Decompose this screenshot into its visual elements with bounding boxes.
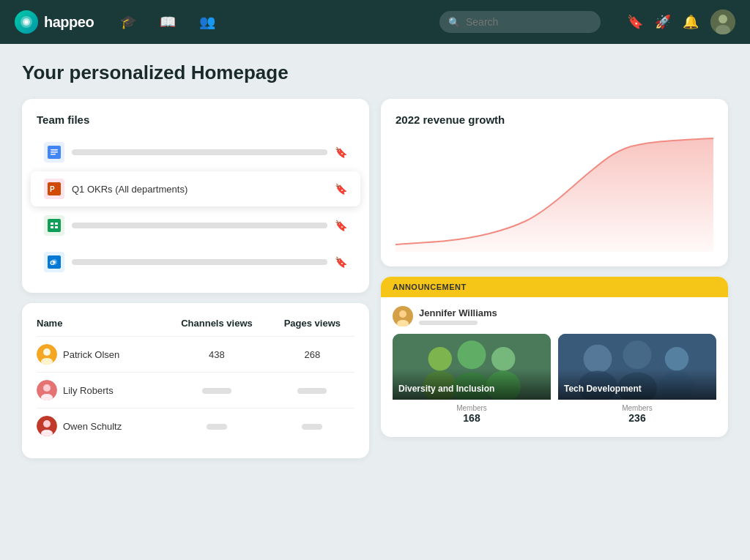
channel-card-diversity[interactable]: Diversity and Inclusion Members 168 [393,334,551,428]
file-bookmark-icon[interactable]: 🔖 [335,220,347,231]
svg-point-31 [399,310,406,318]
file-name-placeholder [72,149,327,155]
svg-rect-7 [51,149,58,151]
svg-point-42 [623,340,652,369]
team-files-card: Team files 🔖 [22,99,369,293]
courses-icon[interactable]: 🎓 [116,10,141,34]
channel-name-diversity: Diversity and Inclusion [398,384,545,394]
announcement-user: Jennifer Williams [393,306,716,326]
channel-overlay-tech: Tech Development [558,369,716,400]
stats-card: Name Channels views Pages views [22,303,369,458]
content-grid: Team files 🔖 [22,99,728,458]
file-item[interactable]: O 🔖 [37,246,354,278]
outlook-icon: O [44,252,64,272]
members-count-diversity: 168 [398,412,545,424]
left-column: Team files 🔖 [22,99,369,458]
svg-rect-15 [51,226,53,228]
file-bookmark-icon[interactable]: 🔖 [335,256,347,268]
announcement-header: Announcement [381,277,728,297]
svg-rect-14 [55,223,58,225]
search-wrap: 🔍 [439,11,601,33]
sheets-icon [44,215,64,236]
user-cell: Lily Roberts [37,373,163,408]
main-content: Your personalized Homepage Team files [0,44,750,476]
svg-point-22 [43,348,51,356]
bell-icon[interactable]: 🔔 [683,14,699,30]
logo[interactable]: happeo [15,10,94,34]
svg-point-25 [43,384,51,392]
announcement-card: Announcement Jennifer Williams [381,277,728,437]
user-name: Owen Schultz [63,421,122,432]
right-column: 2022 revenue growth [381,99,728,458]
svg-rect-8 [51,152,58,153]
revenue-chart-card: 2022 revenue growth [381,99,728,266]
announcement-body: Jennifer Williams [381,297,728,437]
file-name-placeholder [72,259,327,265]
user-cell: Owen Schultz [37,408,163,444]
page-title: Your personalized Homepage [22,61,728,84]
powerpoint-icon: P [44,179,64,199]
channels-views: 438 [163,337,270,373]
svg-text:O: O [50,259,55,266]
svg-rect-13 [51,223,53,225]
file-bookmark-icon[interactable]: 🔖 [335,146,347,158]
file-bookmark-icon[interactable]: 🔖 [335,183,347,195]
channel-card-tech[interactable]: Tech Development Members 236 [558,334,716,428]
pages-views-bar [270,373,354,408]
svg-point-28 [43,420,51,428]
file-item-highlighted[interactable]: P Q1 OKRs (All departments) 🔖 [31,171,360,206]
col-channels: Channels views [163,318,270,337]
wiki-icon[interactable]: 📖 [155,10,180,34]
pages-views-bar [270,408,354,444]
channels-views-bar [163,373,270,408]
team-files-title: Team files [37,113,354,126]
pages-views: 268 [270,337,354,373]
channel-image-tech: Tech Development [558,334,716,400]
search-input[interactable] [439,11,601,33]
chart-title: 2022 revenue growth [396,113,713,126]
file-item[interactable]: 🔖 [37,209,354,242]
docs-icon [44,142,64,163]
svg-rect-12 [48,219,61,232]
channel-footer-diversity: Members 168 [393,400,551,428]
chart-area [396,135,713,252]
people-icon[interactable]: 👥 [195,10,220,34]
col-name: Name [37,318,163,337]
svg-point-34 [428,347,452,370]
navbar: happeo 🎓 📖 👥 🔍 🔖 🚀 🔔 [0,0,750,44]
user-name: Lily Roberts [63,385,114,396]
logo-text: happeo [44,14,94,31]
user-name: Patrick Olsen [63,349,119,360]
svg-point-4 [719,15,727,23]
logo-icon [15,10,38,34]
channel-image-diversity: Diversity and Inclusion [393,334,551,400]
svg-text:P: P [50,185,55,193]
announce-avatar [393,306,413,326]
rocket-icon[interactable]: 🚀 [655,14,671,30]
members-label-diversity: Members [398,404,545,412]
file-name-placeholder [72,223,327,228]
svg-point-2 [25,20,29,24]
channel-name-tech: Tech Development [564,384,710,394]
svg-point-36 [491,347,515,370]
announce-subtitle-bar [419,321,478,325]
col-pages: Pages views [270,318,354,337]
nav-right-icons: 🔖 🚀 🔔 [627,10,735,34]
search-icon: 🔍 [448,17,460,28]
user-avatar-nav[interactable] [710,10,735,34]
svg-point-43 [665,347,688,370]
channel-overlay-diversity: Diversity and Inclusion [393,369,551,400]
svg-rect-16 [55,226,58,228]
svg-point-35 [458,340,486,369]
file-list: 🔖 P Q1 OKRs (All departments) 🔖 [37,136,354,278]
channels-grid: Diversity and Inclusion Members 168 [393,334,716,428]
user-cell: Patrick Olsen [37,337,163,373]
stats-table: Name Channels views Pages views [37,318,354,444]
table-row: Owen Schultz [37,408,354,444]
table-row: Patrick Olsen 438 268 [37,337,354,373]
table-row: Lily Roberts [37,373,354,408]
file-item[interactable]: 🔖 [37,136,354,168]
members-label-tech: Members [564,404,710,412]
announce-username: Jennifer Williams [419,307,497,318]
bookmark-nav-icon[interactable]: 🔖 [627,14,643,30]
